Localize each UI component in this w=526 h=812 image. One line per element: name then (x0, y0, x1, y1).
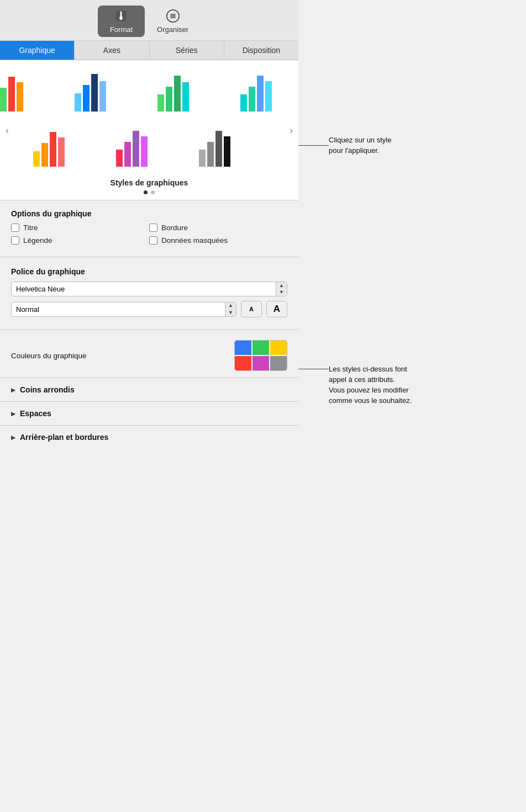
svg-rect-33 (215, 131, 222, 167)
font-style-input[interactable] (12, 302, 225, 316)
checkbox-bordure[interactable]: Bordure (149, 224, 287, 232)
svg-rect-8 (0, 88, 7, 112)
checkbox-donnees-input[interactable] (149, 236, 157, 245)
chart-thumb-6[interactable] (113, 121, 185, 171)
svg-rect-29 (133, 131, 139, 167)
svg-rect-24 (41, 143, 48, 167)
svg-rect-26 (58, 137, 65, 167)
svg-rect-27 (116, 150, 123, 167)
chart-styles-label: Styles de graphiques (0, 178, 298, 187)
font-section-title: Police du graphique (11, 267, 287, 276)
chart-thumb-2[interactable] (72, 66, 144, 115)
color-green[interactable] (253, 341, 269, 355)
chart-prev-button[interactable]: ‹ (2, 122, 12, 138)
svg-rect-13 (91, 74, 98, 112)
arriere-label: Arrière-plan et bordures (20, 433, 108, 442)
checkbox-donnees[interactable]: Données masquées (149, 236, 287, 245)
chart-thumb-7[interactable] (196, 121, 268, 171)
colors-label: Couleurs du graphique (11, 352, 87, 360)
collapsible-coins: ▶ Coins arrondis (0, 378, 298, 401)
font-size-decrease-button[interactable]: A (241, 301, 262, 317)
tab-axes[interactable]: Axes (75, 41, 149, 60)
chart-thumb-1[interactable] (0, 66, 61, 115)
font-style-arrows: ▲ ▼ (225, 302, 236, 316)
svg-rect-22 (265, 81, 272, 112)
chart-styles-row2 (30, 121, 268, 171)
svg-rect-1 (120, 12, 122, 17)
graph-options-section: Options du graphique Titre Bordure Légen… (0, 200, 298, 253)
espaces-label: Espaces (20, 409, 51, 418)
callout-line-2 (298, 369, 329, 369)
font-family-down[interactable]: ▼ (276, 289, 287, 296)
tab-graphique[interactable]: Graphique (0, 41, 75, 60)
font-style-row: ▲ ▼ A A (11, 301, 287, 317)
dot-1[interactable] (144, 190, 148, 194)
chart-thumb-3[interactable] (155, 66, 227, 115)
format-button[interactable]: Format (98, 6, 145, 37)
checkbox-bordure-input[interactable] (149, 224, 157, 232)
color-palette[interactable] (234, 340, 287, 371)
collapsible-espaces-header[interactable]: ▶ Espaces (11, 409, 287, 418)
svg-rect-12 (83, 85, 90, 112)
font-style-down[interactable]: ▼ (225, 309, 236, 316)
svg-rect-23 (33, 151, 40, 167)
svg-rect-15 (157, 94, 164, 112)
color-blue[interactable] (235, 341, 251, 355)
espaces-arrow-icon: ▶ (11, 411, 15, 417)
colors-row: Couleurs du graphique (0, 333, 298, 378)
dot-2[interactable] (151, 190, 155, 194)
chart-thumb-5[interactable] (30, 121, 102, 171)
callout-text-2: Les styles ci-dessus fontappel à ces att… (329, 364, 412, 406)
svg-point-2 (120, 16, 123, 20)
font-style-stepper: ▲ ▼ (11, 302, 236, 317)
color-pink[interactable] (253, 356, 269, 370)
coins-label: Coins arrondis (20, 385, 75, 394)
svg-rect-9 (8, 77, 15, 112)
svg-rect-32 (207, 142, 214, 167)
checkbox-titre[interactable]: Titre (11, 224, 149, 232)
color-gray[interactable] (270, 356, 287, 370)
color-yellow[interactable] (270, 341, 287, 355)
checkbox-titre-input[interactable] (11, 224, 19, 232)
tab-bar: Graphique Axes Séries Disposition (0, 41, 298, 60)
font-family-stepper: ▲ ▼ (11, 282, 287, 296)
toolbar: Format Organiser (0, 0, 298, 41)
collapsible-arriere: ▶ Arrière-plan et bordures (0, 425, 298, 449)
organiser-button[interactable]: Organiser (145, 6, 201, 37)
font-family-input[interactable] (12, 282, 276, 296)
annotation-area: Cliquez sur un stylepour l'appliquer. Le… (298, 0, 526, 812)
tab-disposition[interactable]: Disposition (224, 41, 298, 60)
pagination-dots (0, 190, 298, 194)
checkbox-legende-input[interactable] (11, 236, 19, 245)
font-style-wrap: ▲ ▼ (11, 302, 236, 317)
svg-rect-10 (17, 82, 23, 112)
color-red[interactable] (235, 356, 251, 370)
svg-rect-17 (174, 76, 181, 112)
font-size-increase-button[interactable]: A (266, 301, 287, 317)
svg-rect-11 (75, 93, 81, 112)
organiser-icon (166, 9, 180, 23)
svg-rect-20 (249, 87, 255, 112)
svg-rect-31 (199, 150, 206, 167)
tab-series[interactable]: Séries (150, 41, 224, 60)
collapsible-espaces: ▶ Espaces (0, 401, 298, 425)
font-style-up[interactable]: ▲ (225, 302, 236, 310)
checkboxes-grid: Titre Bordure Légende Données masquées (11, 224, 287, 245)
checkbox-legende[interactable]: Légende (11, 236, 149, 245)
collapsible-coins-header[interactable]: ▶ Coins arrondis (11, 385, 287, 394)
font-family-up[interactable]: ▲ (276, 282, 287, 289)
collapsible-arriere-header[interactable]: ▶ Arrière-plan et bordures (11, 433, 287, 442)
callout-text-1: Cliquez sur un stylepour l'appliquer. (329, 135, 391, 156)
coins-arrow-icon: ▶ (11, 387, 15, 393)
callout-line-1 (298, 145, 329, 146)
format-panel: Format Organiser Graphique Axes Séries D… (0, 0, 298, 812)
svg-rect-25 (50, 132, 56, 167)
font-family-arrows: ▲ ▼ (276, 282, 287, 296)
svg-rect-34 (224, 136, 230, 167)
svg-rect-30 (141, 136, 148, 167)
svg-rect-14 (99, 81, 106, 112)
arriere-arrow-icon: ▶ (11, 434, 15, 441)
chart-next-button[interactable]: › (286, 122, 296, 138)
svg-rect-28 (124, 142, 131, 167)
font-section: Police du graphique ▲ ▼ ▲ ▼ (0, 261, 298, 326)
